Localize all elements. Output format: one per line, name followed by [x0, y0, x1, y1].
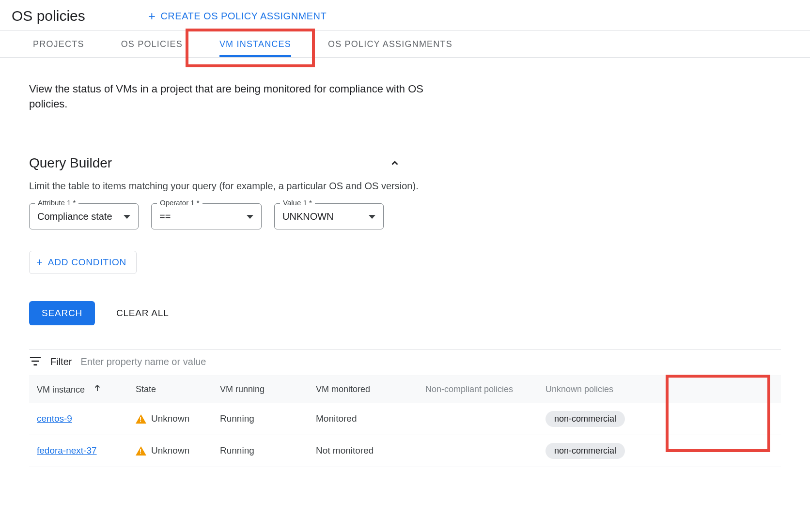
- vm-instance-link[interactable]: fedora-next-37: [37, 445, 97, 456]
- non-compliant-cell: [425, 403, 545, 435]
- caret-down-icon: [124, 215, 130, 219]
- attribute-value: Compliance state: [37, 211, 112, 222]
- query-builder-title: Query Builder: [29, 155, 112, 171]
- clear-all-button[interactable]: CLEAR ALL: [116, 308, 169, 319]
- create-button-label: CREATE OS POLICY ASSIGNMENT: [160, 11, 327, 22]
- non-compliant-cell: [425, 435, 545, 467]
- tab-vm-instances[interactable]: VM INSTANCES: [216, 30, 295, 57]
- query-builder-subtitle: Limit the table to items matching your q…: [29, 181, 781, 192]
- value-label: Value 1 *: [280, 198, 315, 207]
- value-select[interactable]: UNKNOWN: [274, 203, 384, 229]
- state-text: Unknown: [151, 445, 189, 456]
- attribute-label: Attribute 1 *: [35, 198, 78, 207]
- tab-os-policy-assignments[interactable]: OS POLICY ASSIGNMENTS: [324, 30, 456, 57]
- caret-down-icon: [247, 215, 253, 219]
- col-non-compliant[interactable]: Non-compliant policies: [425, 376, 545, 403]
- tab-os-policies[interactable]: OS POLICIES: [117, 30, 187, 57]
- caret-down-icon: [369, 215, 375, 219]
- warning-icon: [136, 446, 146, 456]
- plus-icon: +: [148, 9, 156, 24]
- state-text: Unknown: [151, 413, 189, 424]
- tab-projects[interactable]: PROJECTS: [29, 30, 88, 57]
- unknown-policy-chip[interactable]: non-commercial: [545, 411, 625, 427]
- col-state[interactable]: State: [136, 376, 220, 403]
- filter-icon: [29, 355, 42, 369]
- collapse-query-builder-toggle[interactable]: [388, 156, 402, 170]
- tabs-bar: PROJECTS OS POLICIES VM INSTANCES OS POL…: [0, 30, 810, 58]
- filter-input[interactable]: [80, 356, 781, 367]
- vm-instances-table: VM instance State VM running VM monitore…: [29, 376, 781, 467]
- monitored-cell: Not monitored: [316, 435, 425, 467]
- page-title: OS policies: [12, 8, 85, 24]
- value-value: UNKNOWN: [282, 211, 334, 222]
- create-os-policy-assignment-button[interactable]: + CREATE OS POLICY ASSIGNMENT: [148, 9, 327, 24]
- add-condition-label: ADD CONDITION: [48, 257, 126, 268]
- page-description: View the status of VMs in a project that…: [29, 82, 426, 112]
- plus-icon: +: [36, 256, 43, 269]
- col-vm-instance[interactable]: VM instance: [29, 376, 136, 403]
- table-row: fedora-next-37 Unknown Running Not monit…: [29, 435, 781, 467]
- vm-instance-link[interactable]: centos-9: [37, 413, 72, 424]
- filter-label: Filter: [50, 356, 72, 367]
- monitored-cell: Monitored: [316, 403, 425, 435]
- chevron-up-icon: [389, 158, 400, 168]
- col-vm-monitored[interactable]: VM monitored: [316, 376, 425, 403]
- col-unknown-policies[interactable]: Unknown policies: [545, 376, 781, 403]
- running-cell: Running: [220, 403, 316, 435]
- running-cell: Running: [220, 435, 316, 467]
- operator-label: Operator 1 *: [157, 198, 202, 207]
- warning-icon: [136, 414, 146, 424]
- col-vm-running[interactable]: VM running: [220, 376, 316, 403]
- sort-ascending-icon: [93, 384, 102, 395]
- table-row: centos-9 Unknown Running Monitored non-c…: [29, 403, 781, 435]
- col-vm-instance-label: VM instance: [37, 385, 85, 395]
- add-condition-button[interactable]: + ADD CONDITION: [29, 251, 137, 274]
- attribute-select[interactable]: Compliance state: [29, 203, 139, 229]
- unknown-policy-chip[interactable]: non-commercial: [545, 443, 625, 459]
- operator-select[interactable]: ==: [151, 203, 262, 229]
- search-button[interactable]: SEARCH: [29, 301, 95, 325]
- operator-value: ==: [159, 211, 171, 222]
